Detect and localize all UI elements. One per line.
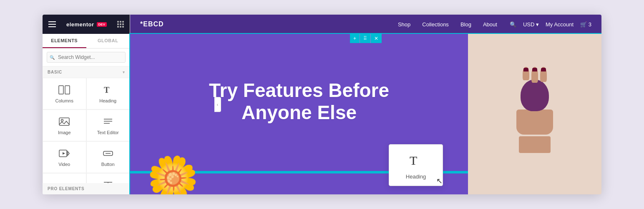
widget-button[interactable]: Button [86, 141, 130, 173]
widgets-grid: Columns T Heading [43, 78, 130, 183]
heading-widget-drag-preview: T Heading ↖ [389, 144, 443, 186]
nav-link-shop[interactable]: Shop [398, 21, 410, 28]
website-preview: *EBCD Shop Collections Blog About 🔍 USD … [130, 15, 601, 194]
widget-video-label: Video [58, 162, 70, 167]
cursor-icon: ↖ [436, 176, 443, 186]
tab-elements[interactable]: ELEMENTS [43, 34, 86, 48]
svg-marker-9 [68, 151, 69, 155]
svg-rect-0 [59, 86, 63, 94]
widget-heading[interactable]: T Heading [86, 78, 130, 110]
elementor-logo-text: elementor [66, 21, 94, 28]
nav-link-collections[interactable]: Collections [422, 21, 449, 28]
site-navbar: *EBCD Shop Collections Blog About 🔍 USD … [130, 15, 601, 34]
basic-section-arrow-icon: ▾ [123, 70, 125, 74]
search-input[interactable] [47, 52, 126, 63]
hand-fig-illustration [468, 34, 601, 194]
heading-widget-preview-icon: T [408, 153, 424, 170]
widget-heading-label: Heading [99, 98, 116, 103]
tab-global[interactable]: GLOBAL [86, 34, 130, 48]
left-panel: elementor DEV ELEMENTS GLOBAL BASIC ▾ [43, 15, 130, 194]
hamburger-menu-icon[interactable] [48, 21, 56, 27]
pro-section-header: PRO ELEMENTS [43, 183, 130, 194]
svg-point-4 [61, 120, 63, 122]
search-bar [43, 48, 130, 66]
site-nav-links: Shop Collections Blog About [398, 21, 497, 28]
elementor-logo: elementor DEV [66, 21, 107, 28]
svg-rect-1 [65, 86, 70, 94]
svg-text:T: T [104, 85, 110, 94]
widget-columns-label: Columns [55, 98, 73, 103]
hero-title: Try Features Before Anyone Else [209, 79, 389, 124]
hero-left-column: Try Features Before Anyone Else 🌼 T [130, 34, 468, 194]
dev-badge: DEV [97, 22, 107, 27]
row-add-button[interactable]: + [350, 34, 360, 43]
panel-topbar: elementor DEV [43, 15, 130, 34]
nav-link-blog[interactable]: Blog [460, 21, 471, 28]
spacer-icon [102, 179, 114, 183]
basic-section-header: BASIC ▾ [43, 66, 130, 78]
flower-illustration: 🌼 [147, 157, 199, 194]
basic-section-label: BASIC [48, 70, 62, 74]
hero-right-column [468, 34, 601, 194]
svg-text:T: T [410, 153, 417, 167]
heading-widget-preview-label: Heading [406, 173, 426, 180]
panel-tabs: ELEMENTS GLOBAL [43, 34, 130, 48]
button-icon [102, 148, 114, 159]
grid-apps-icon[interactable] [117, 21, 124, 28]
search-action-icon[interactable]: 🔍 [510, 21, 516, 28]
columns-icon [58, 84, 70, 96]
widget-button-label: Button [101, 162, 115, 167]
svg-marker-10 [63, 152, 65, 155]
panel-collapse-button[interactable]: ‹ [214, 97, 221, 112]
widget-columns[interactable]: Columns [43, 78, 86, 110]
svg-rect-3 [59, 118, 69, 125]
row-grid-button[interactable]: ⠿ [360, 34, 370, 43]
image-icon [58, 116, 70, 127]
site-nav-actions: 🔍 USD ▾ My Account 🛒 3 [510, 21, 591, 28]
widget-text-editor[interactable]: Text Editor [86, 110, 130, 141]
hero-section: + ⠿ ✕ Try Features Before Anyone Else [130, 34, 601, 194]
hero-text-block: Try Features Before Anyone Else [209, 79, 389, 149]
widget-spacer[interactable]: Spacer [86, 173, 130, 183]
currency-selector[interactable]: USD ▾ [523, 21, 539, 28]
row-toolbar: + ⠿ ✕ [350, 34, 382, 43]
row-close-button[interactable]: ✕ [371, 34, 382, 43]
my-account-link[interactable]: My Account [546, 21, 574, 28]
site-logo: *EBCD [140, 20, 164, 28]
heading-icon: T [102, 84, 114, 96]
widget-image[interactable]: Image [43, 110, 86, 141]
text-editor-icon [102, 116, 114, 127]
video-icon [58, 148, 70, 159]
widget-video[interactable]: Video [43, 141, 86, 173]
widget-divider[interactable]: Divider [43, 173, 86, 183]
widget-text-editor-label: Text Editor [97, 130, 119, 135]
nav-link-about[interactable]: About [483, 21, 497, 28]
cart-icon[interactable]: 🛒 3 [580, 21, 591, 28]
divider-icon [58, 179, 70, 183]
canvas-area: *EBCD Shop Collections Blog About 🔍 USD … [130, 15, 601, 194]
widget-image-label: Image [58, 130, 71, 135]
